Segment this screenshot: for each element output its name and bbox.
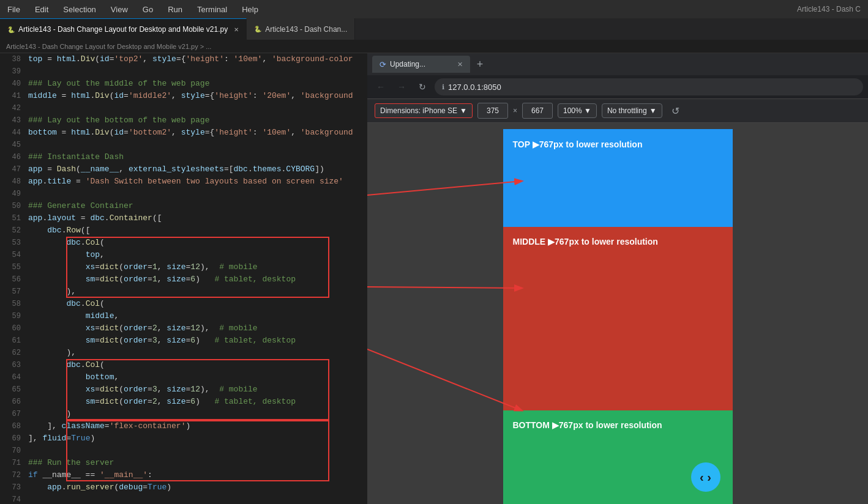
ln-71: 71 [0,457,21,469]
menu-view[interactable]: View [108,4,130,15]
browser-pane: ⟳ Updating... ✕ + ← → ↻ ℹ 127.0.0.1:8050… [367,53,868,504]
ln-39: 39 [0,65,21,78]
browser-tab-label: Updating... [390,60,425,69]
menu-file[interactable]: File [5,4,23,15]
dimensions-dropdown[interactable]: Dimensions: iPhone SE ▼ [375,103,473,118]
address-bar[interactable]: ℹ 127.0.0.1:8050 [435,78,863,95]
width-input[interactable] [477,103,508,119]
code-wrapper: 38 39 40 41 42 43 44 45 46 47 48 49 50 5… [0,53,367,504]
code-line-54: top, [28,249,367,261]
ln-44: 44 [0,127,21,139]
breadcrumb: Article143 - Dash Change Layout for Desk… [0,40,868,53]
ln-49: 49 [0,188,21,200]
code-line-41: middle = html.Div(id='middle2', style={'… [28,90,367,102]
code-line-69: ], fluid=True) [28,432,367,445]
loading-spinner-icon: ⟳ [380,60,386,69]
chevron-down-icon: ▼ [460,106,467,115]
code-line-44: bottom = html.Div(id='bottom2', style={'… [28,127,367,139]
code-line-42 [28,102,367,114]
code-line-55: xs=dict(order=1, size=12), # mobile [28,261,367,273]
code-line-59: middle, [28,310,367,322]
menu-terminal[interactable]: Terminal [195,4,230,15]
code-line-60: xs=dict(order=2, size=12), # mobile [28,322,367,335]
devtools-toolbar: Dimensions: iPhone SE ▼ × 100% ▼ No thro… [367,98,868,123]
menu-edit[interactable]: Edit [32,4,51,15]
throttle-label: No throttling [607,106,647,115]
forward-button[interactable]: → [393,78,410,95]
code-line-64: bottom, [28,371,367,384]
ln-70: 70 [0,445,21,457]
height-input[interactable] [522,103,553,119]
ln-63: 63 [0,359,21,371]
code-line-46: ### Instantiate Dash [28,151,367,163]
code-line-51: app.layout = dbc.Container([ [28,212,367,224]
browser-tab-updating[interactable]: ⟳ Updating... ✕ [372,56,470,73]
dimensions-label: Dimensions: iPhone SE [380,106,457,115]
ln-53: 53 [0,237,21,249]
code-line-40: ### Lay out the middle of the web page [28,78,367,90]
ln-51: 51 [0,212,21,224]
code-editor[interactable]: 38 39 40 41 42 43 44 45 46 47 48 49 50 5… [0,53,367,504]
reload-button[interactable]: ↻ [414,78,431,95]
code-line-61: sm=dict(order=3, size=6) # tablet, deskt… [28,335,367,347]
menu-selection[interactable]: Selection [61,4,98,15]
back-button[interactable]: ← [372,78,389,95]
menu-go[interactable]: Go [140,4,155,15]
code-line-73: app.run_server(debug=True) [28,481,367,494]
code-line-38: top = html.Div(id='top2', style={'height… [28,53,367,65]
menu-run[interactable]: Run [165,4,185,15]
ln-69: 69 [0,432,21,445]
ln-58: 58 [0,298,21,310]
code-line-63: dbc.Col( [28,359,367,371]
phone-frame: TOP ▶767px to lower resolution MIDDLE ▶7… [503,129,733,504]
code-content[interactable]: top = html.Div(id='top2', style={'height… [26,53,367,504]
code-line-71: ### Run the server [28,457,367,469]
editor-tab-active[interactable]: 🐍 Article143 - Dash Change Layout for De… [0,18,247,40]
ln-73: 73 [0,481,21,494]
phone-middle-section: MIDDLE ▶767px to lower resolution [503,227,733,410]
close-active-tab-icon[interactable]: ✕ [234,26,239,33]
code-line-74 [28,494,367,504]
ln-72: 72 [0,469,21,481]
ln-61: 61 [0,335,21,347]
ln-54: 54 [0,249,21,261]
breadcrumb-text: Article143 - Dash Change Layout for Desk… [6,43,211,50]
code-line-49 [28,188,367,200]
phone-middle-text: MIDDLE ▶767px to lower resolution [513,237,658,246]
phone-bottom-section: BOTTOM ▶767px to lower resolution ‹ › [503,410,733,504]
code-line-67: ) [28,408,367,420]
ln-74: 74 [0,494,21,504]
code-line-56: sm=dict(order=1, size=6) # tablet, deskt… [28,273,367,286]
throttle-dropdown[interactable]: No throttling ▼ [602,103,662,118]
editor-tab-inactive[interactable]: 🐍 Article143 - Dash Chan... [247,18,355,40]
chevron-throttle-icon: ▼ [649,106,657,115]
rotate-button[interactable]: ↺ [667,102,684,119]
python-icon: 🐍 [7,26,15,33]
ln-68: 68 [0,420,21,432]
ln-60: 60 [0,322,21,335]
ln-64: 64 [0,371,21,384]
svg-line-2 [367,349,522,410]
editor-tab-bar: 🐍 Article143 - Dash Change Layout for De… [0,18,868,40]
zoom-dropdown[interactable]: 100% ▼ [558,103,597,118]
close-browser-tab-icon[interactable]: ✕ [457,61,463,69]
ln-46: 46 [0,151,21,163]
browser-tab-bar: ⟳ Updating... ✕ + [367,53,868,75]
dimension-separator: × [513,106,517,115]
main-area: 38 39 40 41 42 43 44 45 46 47 48 49 50 5… [0,53,868,504]
phone-nav-button[interactable]: ‹ › [691,462,720,492]
ln-57: 57 [0,286,21,298]
ln-67: 67 [0,408,21,420]
svg-line-1 [367,287,522,288]
menu-help[interactable]: Help [239,4,261,15]
new-tab-button[interactable]: + [471,56,488,73]
phone-top-text: TOP ▶767px to lower resolution [513,139,643,150]
ln-65: 65 [0,384,21,396]
ln-47: 47 [0,163,21,176]
code-line-68: ], className='flex-container') [28,420,367,432]
ln-40: 40 [0,78,21,90]
ln-62: 62 [0,347,21,359]
phone-bottom-text: BOTTOM ▶767px to lower resolution [513,420,662,430]
code-lines: 38 39 40 41 42 43 44 45 46 47 48 49 50 5… [0,53,367,504]
ln-50: 50 [0,200,21,212]
